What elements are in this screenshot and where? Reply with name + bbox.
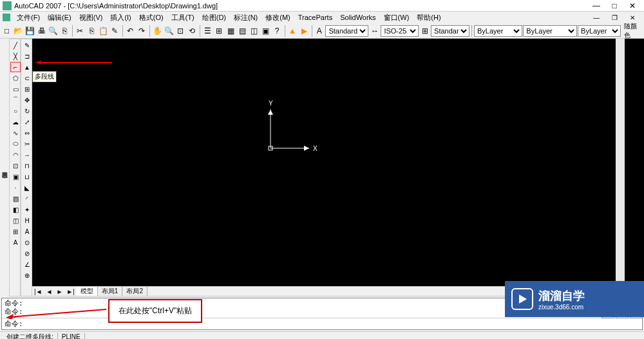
- polyline-icon[interactable]: ⌐: [10, 62, 21, 72]
- toolpalette-icon[interactable]: ▦: [225, 24, 236, 37]
- insert-block-icon[interactable]: ⊡: [10, 160, 21, 171]
- circle-icon[interactable]: ○: [10, 106, 21, 116]
- markup-icon[interactable]: ◫: [249, 24, 260, 37]
- sheetset-icon[interactable]: ▤: [237, 24, 248, 37]
- print-icon[interactable]: 🖶: [36, 24, 47, 37]
- break-icon[interactable]: ⊓: [22, 160, 32, 171]
- menu-traceparts[interactable]: TraceParts: [294, 12, 336, 23]
- table-icon[interactable]: ⊞: [10, 226, 21, 237]
- pan-icon[interactable]: ✋: [152, 24, 163, 37]
- dim-diameter-icon[interactable]: ⊘: [22, 248, 32, 258]
- separator: [122, 25, 123, 37]
- scale-icon[interactable]: ⤢: [22, 117, 32, 127]
- menu-window[interactable]: 窗口(W): [380, 12, 413, 24]
- layer-dropdown[interactable]: ByLayer: [474, 25, 522, 37]
- dim-style-icon[interactable]: ↔: [369, 24, 380, 37]
- offset-icon[interactable]: ⊂: [22, 73, 32, 83]
- mirror-icon[interactable]: ▲: [22, 62, 32, 72]
- make-block-icon[interactable]: ▣: [10, 171, 21, 182]
- watermark: 溜溜自学 zixue.3d66.com: [505, 281, 644, 317]
- array-icon[interactable]: ⊞: [22, 84, 32, 94]
- menu-help[interactable]: 帮助(H): [413, 12, 444, 24]
- chamfer-icon[interactable]: ◣: [22, 182, 32, 193]
- linetype-dropdown[interactable]: ByLayer: [523, 25, 577, 37]
- erase-icon[interactable]: ✎: [22, 40, 32, 50]
- join-icon[interactable]: ⊔: [22, 171, 32, 182]
- explode-icon[interactable]: ✦: [22, 204, 32, 215]
- menu-insert[interactable]: 插入(I): [106, 12, 135, 24]
- calc-icon[interactable]: ▣: [260, 24, 271, 37]
- doc-minimize-button[interactable]: ―: [587, 12, 605, 23]
- stretch-icon[interactable]: ⇔: [22, 128, 32, 138]
- block-icon[interactable]: ▲: [287, 24, 298, 37]
- menu-draw[interactable]: 绘图(D): [198, 12, 230, 24]
- rectangle-icon[interactable]: ▭: [10, 84, 21, 94]
- undo-icon[interactable]: ↶: [125, 24, 136, 37]
- doc-restore-button[interactable]: ❐: [605, 12, 623, 23]
- copy-icon[interactable]: ⎘: [86, 24, 97, 37]
- color-button[interactable]: 随颜色: [621, 24, 643, 37]
- menu-view[interactable]: 视图(V): [75, 12, 107, 24]
- menu-solidworks[interactable]: SolidWorks: [336, 12, 379, 23]
- xline-icon[interactable]: ╳: [10, 51, 21, 61]
- tab-layout2[interactable]: 布局2: [122, 287, 147, 296]
- rotate-icon[interactable]: ↻: [22, 106, 32, 116]
- minimize-button[interactable]: ―: [587, 1, 605, 11]
- publish-icon[interactable]: ⎘: [59, 24, 70, 37]
- preview-icon[interactable]: 🔍: [48, 24, 59, 37]
- dim-radius-icon[interactable]: ⊙: [22, 237, 32, 247]
- zoom-prev-icon[interactable]: ⟲: [187, 24, 198, 37]
- region-icon[interactable]: ◫: [10, 215, 21, 226]
- cut-icon[interactable]: ✂: [75, 24, 86, 37]
- menu-modify[interactable]: 修改(M): [261, 12, 294, 24]
- menu-dimension[interactable]: 标注(N): [230, 12, 261, 24]
- drawing-canvas[interactable]: 多段线 X Y ▲▲ |◄ ◄ ► ►| 模型 布局1 布局2: [32, 39, 644, 296]
- arc-icon[interactable]: ⌒: [10, 95, 21, 105]
- table-style-dropdown[interactable]: Standard: [431, 25, 469, 37]
- text-style-icon[interactable]: A: [314, 24, 325, 37]
- hatch-icon[interactable]: ▨: [10, 193, 21, 204]
- copy-obj-icon[interactable]: ⊐: [22, 51, 32, 61]
- move-icon[interactable]: ✥: [22, 95, 32, 105]
- close-button[interactable]: ✕: [623, 1, 641, 11]
- polygon-icon[interactable]: ⬠: [10, 73, 21, 83]
- table-style-icon[interactable]: ⊞: [419, 24, 430, 37]
- dim-linear-icon[interactable]: H: [22, 215, 32, 226]
- ellipse-icon[interactable]: ⬭: [10, 139, 21, 149]
- draw-toolbar: ╱ ╳ ⌐ ⬠ ▭ ⌒ ○ ☁ ∿ ⬭ ◠ ⊡ ▣ · ▨ ◧ ◫ ⊞ A: [9, 39, 21, 296]
- paste-icon[interactable]: 📋: [98, 24, 109, 37]
- separator: [200, 25, 200, 37]
- zoom-window-icon[interactable]: ⊡: [175, 24, 186, 37]
- point-icon[interactable]: ·: [10, 182, 21, 193]
- new-icon[interactable]: □: [1, 24, 12, 37]
- dim-aligned-icon[interactable]: A: [22, 226, 32, 237]
- spline-icon[interactable]: ∿: [10, 128, 21, 138]
- vertical-scrollbar[interactable]: [616, 39, 625, 287]
- designcenter-icon[interactable]: ⊞: [214, 24, 225, 37]
- gradient-icon[interactable]: ◧: [10, 204, 21, 215]
- redo-icon[interactable]: ↷: [137, 24, 147, 37]
- line-icon[interactable]: ╱: [10, 40, 21, 50]
- lineweight-dropdown[interactable]: ByLayer: [578, 25, 621, 37]
- match-icon[interactable]: ✎: [109, 24, 120, 37]
- menu-tools[interactable]: 工具(T): [167, 12, 198, 24]
- mtext-icon[interactable]: A: [10, 237, 21, 247]
- ellipse-arc-icon[interactable]: ◠: [10, 150, 21, 160]
- menu-edit[interactable]: 编辑(E): [44, 12, 75, 24]
- block2-icon[interactable]: ▶: [299, 24, 310, 37]
- open-icon[interactable]: 📂: [13, 24, 24, 37]
- save-icon[interactable]: 💾: [24, 24, 35, 37]
- extend-icon[interactable]: →: [22, 150, 32, 160]
- status-hint: 创建二维多段线:: [3, 333, 58, 340]
- trim-icon[interactable]: ✂: [22, 139, 32, 149]
- zoom-realtime-icon[interactable]: 🔍: [164, 24, 175, 37]
- menu-format[interactable]: 格式(O): [135, 12, 167, 24]
- help-icon[interactable]: ?: [272, 24, 283, 37]
- dim-style-dropdown[interactable]: ISO-25: [381, 25, 419, 37]
- text-style-dropdown[interactable]: Standard: [325, 25, 368, 37]
- properties-icon[interactable]: ☰: [202, 24, 213, 37]
- revcloud-icon[interactable]: ☁: [10, 117, 21, 127]
- fillet-icon[interactable]: ◜: [22, 193, 32, 204]
- maximize-button[interactable]: □: [605, 1, 623, 11]
- menu-file[interactable]: 文件(F): [13, 12, 44, 24]
